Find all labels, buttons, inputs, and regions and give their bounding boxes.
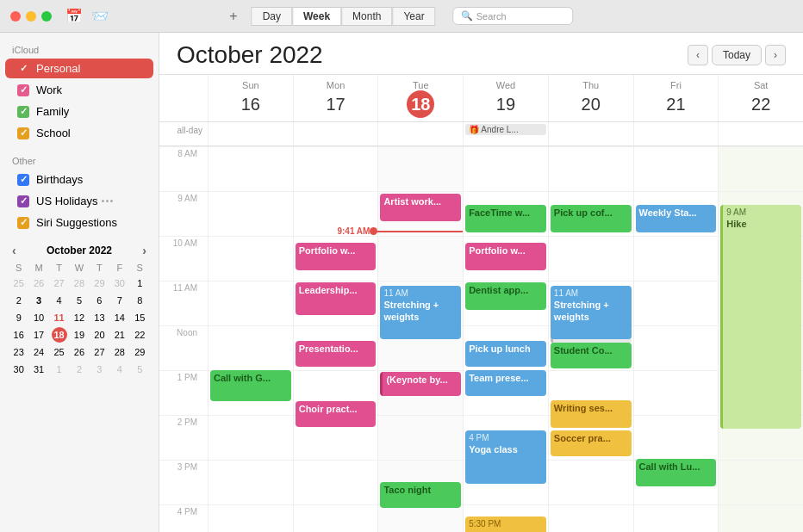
day-slot[interactable] [549,460,633,504]
day-header-fri[interactable]: Fri 21 [633,75,719,121]
mini-cal-day[interactable]: 23 [11,344,27,360]
mini-cal-day[interactable]: 9 [11,310,27,325]
event-call-with-g[interactable]: Call with G... [210,370,291,401]
allday-event-andre[interactable]: 🎁 Andre L... [465,124,546,135]
mini-cal-day[interactable]: 2 [11,293,27,308]
mini-cal-next[interactable]: › [139,244,150,257]
mini-cal-day[interactable]: 21 [112,327,128,343]
event-drop-off-grandma[interactable]: 5:30 PM Drop off Grandma... [465,517,546,532]
day-col-sat[interactable]: 9 AM Hike [718,146,803,532]
cal-prev-button[interactable]: ‹ [688,45,708,65]
sidebar-item-family[interactable]: Family [5,102,153,121]
day-slot[interactable] [719,146,803,191]
event-dentist[interactable]: Dentist app... [465,282,546,310]
day-slot[interactable] [549,236,633,281]
calendar-icon[interactable]: 📅 [65,8,83,24]
sidebar-item-birthdays[interactable]: Birthdays [5,170,153,189]
day-slot[interactable] [634,370,719,415]
day-col-sun[interactable]: Call with G... [208,146,293,532]
event-stretching-tue[interactable]: 11 AM Stretching + weights [380,286,461,339]
mini-cal-day[interactable]: 14 [112,310,128,325]
school-checkbox[interactable] [17,127,29,139]
mini-cal-today[interactable]: 18 [52,327,67,343]
day-header-sat[interactable]: Sat 22 [718,75,803,121]
mini-cal-day[interactable]: 28 [72,275,87,291]
mini-cal-day[interactable]: 12 [72,310,87,325]
fullscreen-button[interactable] [41,11,52,22]
mini-cal-day[interactable]: 1 [132,275,147,291]
sidebar-item-us-holidays[interactable]: US Holidays [5,191,153,211]
event-team-prese[interactable]: Team prese... [465,370,546,396]
event-pick-up-lunch[interactable]: Pick up lunch [465,341,546,367]
siri-suggestions-checkbox[interactable] [17,217,29,229]
mini-cal-prev[interactable]: ‹ [9,244,20,257]
us-holidays-checkbox[interactable] [17,195,29,207]
day-slot[interactable] [209,504,293,532]
day-slot[interactable] [294,191,378,236]
week-view-button[interactable]: Week [292,7,341,26]
day-col-thu[interactable]: Pick up cof... (Budget Me... 11 AM Stret… [548,146,633,532]
work-checkbox[interactable] [17,84,29,96]
event-soccer-pra[interactable]: Soccer pra... [551,430,632,456]
day-slot[interactable] [294,504,378,532]
event-student-co[interactable]: Student Co... [551,343,632,368]
day-col-tue[interactable]: Artist work... 11 AM Stretching + weight… [377,146,463,532]
event-facetime[interactable]: FaceTime w... [465,205,546,232]
mini-cal-day[interactable]: 15 [132,310,147,325]
sidebar-item-personal[interactable]: Personal [5,59,153,78]
event-leadership[interactable]: Leadership... [296,282,377,315]
mini-cal-day[interactable]: 10 [31,310,47,325]
mini-cal-day[interactable]: 29 [132,344,147,360]
allday-sun[interactable] [208,122,293,145]
event-taco-night[interactable]: Taco night [380,482,461,508]
cal-today-button[interactable]: Today [712,45,762,65]
day-slot[interactable] [634,236,719,281]
year-view-button[interactable]: Year [392,7,435,26]
search-box[interactable]: 🔍 Search [453,7,574,25]
day-header-mon[interactable]: Mon 17 [293,75,378,121]
allday-thu[interactable] [548,122,633,145]
day-slot[interactable] [294,146,378,191]
day-header-wed[interactable]: Wed 19 [463,75,548,121]
day-slot[interactable] [378,504,463,532]
mini-cal-day[interactable]: 3 [31,293,47,308]
mini-cal-day[interactable]: 27 [91,344,107,360]
mini-cal-day[interactable]: 17 [31,327,47,343]
mini-cal-day[interactable]: 26 [31,275,47,291]
day-slot[interactable] [294,460,378,504]
event-portfolio-wed[interactable]: Portfolio w... [465,243,546,270]
day-view-button[interactable]: Day [252,7,292,26]
event-stretching-thu[interactable]: 11 AM Stretching + weights [551,286,632,339]
day-slot[interactable] [209,146,293,191]
day-header-thu[interactable]: Thu 20 [548,75,633,121]
event-choir-pract[interactable]: Choir pract... [296,401,377,427]
event-hike[interactable]: 9 AM Hike [720,205,801,429]
mini-cal-day[interactable]: 19 [72,327,87,343]
family-checkbox[interactable] [17,106,29,118]
mini-cal-day[interactable]: 26 [72,344,87,360]
allday-mon[interactable] [293,122,378,145]
mini-cal-day[interactable]: 20 [91,327,107,343]
day-slot[interactable] [634,504,719,532]
month-view-button[interactable]: Month [341,7,392,26]
day-slot[interactable] [209,460,293,504]
event-weekly-sta[interactable]: Weekly Sta... [636,205,717,232]
minimize-button[interactable] [26,11,36,22]
day-slot[interactable] [719,504,803,532]
mini-cal-day[interactable]: 5 [132,362,147,377]
sidebar-item-siri-suggestions[interactable]: Siri Suggestions [5,213,153,232]
birthdays-checkbox[interactable] [17,174,29,186]
event-yoga[interactable]: 4 PM Yoga class [465,430,546,484]
event-keynote[interactable]: (Keynote by... [380,372,461,396]
mini-cal-day[interactable]: 30 [112,275,128,291]
day-slot[interactable] [634,325,719,370]
mini-cal-day[interactable]: 28 [112,344,128,360]
mini-cal-day[interactable]: 1 [52,362,67,377]
allday-sat[interactable] [718,122,803,145]
day-slot[interactable] [209,415,293,460]
cal-next-button[interactable]: › [765,45,786,65]
mini-cal-day[interactable]: 8 [132,293,147,308]
event-artist-work[interactable]: Artist work... [380,194,461,221]
day-slot[interactable] [464,146,548,191]
day-slot[interactable] [378,236,463,281]
